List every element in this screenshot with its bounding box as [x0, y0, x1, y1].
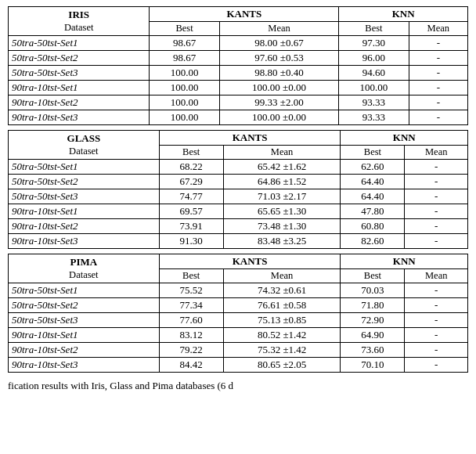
- knn-best-cell: 64.40: [341, 175, 405, 189]
- knn-mean-cell: -: [409, 66, 467, 81]
- glass-table: GLASS Dataset KANTS KNN Best Mean Best M…: [8, 130, 468, 249]
- dataset-cell: 50tra-50tst-Set1: [9, 160, 160, 175]
- knn-best-cell: 93.33: [339, 110, 409, 125]
- knn-best-cell: 64.90: [341, 328, 405, 343]
- dataset-cell: 90tra-10tst-Set3: [9, 234, 160, 249]
- knn-mean-cell: -: [409, 95, 467, 110]
- knn-best-cell: 97.30: [339, 36, 409, 51]
- iris-dataset-header: IRIS Dataset: [9, 7, 150, 36]
- dataset-cell: 50tra-50tst-Set2: [9, 298, 160, 313]
- table-row: 90tra-10tst-Set169.5765.65 ±1.3047.80-: [9, 204, 468, 219]
- table-row: 90tra-10tst-Set279.2275.32 ±1.4273.60-: [9, 343, 468, 358]
- kants-mean-cell: 80.65 ±2.05: [223, 358, 341, 373]
- kants-best-cell: 77.34: [159, 298, 223, 313]
- knn-best-cell: 47.80: [341, 204, 405, 219]
- knn-best-cell: 94.60: [339, 66, 409, 81]
- caption: fication results with Iris, Glass and Pi…: [8, 377, 468, 392]
- dataset-cell: 50tra-50tst-Set2: [9, 175, 160, 189]
- dataset-cell: 50tra-50tst-Set1: [9, 36, 150, 51]
- knn-mean-cell: -: [405, 283, 468, 298]
- iris-section: IRIS Dataset KANTS KNN Best Mean Best Me…: [8, 6, 468, 125]
- kants-best-cell: 83.12: [159, 328, 223, 343]
- kants-mean-cell: 65.42 ±1.62: [223, 160, 341, 175]
- knn-best-cell: 100.00: [339, 81, 409, 95]
- knn-best-cell: 73.60: [341, 343, 405, 358]
- table-row: 50tra-50tst-Set277.3476.61 ±0.5871.80-: [9, 298, 468, 313]
- dataset-cell: 90tra-10tst-Set3: [9, 110, 150, 125]
- kants-mean-cell: 75.13 ±0.85: [223, 313, 341, 328]
- table-row: 90tra-10tst-Set3100.00100.00 ±0.0093.33-: [9, 110, 468, 125]
- table-row: 90tra-10tst-Set2100.0099.33 ±2.0093.33-: [9, 95, 468, 110]
- kants-mean-cell: 100.00 ±0.00: [219, 110, 339, 125]
- table-row: 90tra-10tst-Set1100.00100.00 ±0.00100.00…: [9, 81, 468, 95]
- iris-knn-mean-header: Mean: [409, 22, 467, 36]
- iris-kants-best-header: Best: [150, 22, 219, 36]
- dataset-cell: 50tra-50tst-Set2: [9, 51, 150, 66]
- knn-best-cell: 70.03: [341, 283, 405, 298]
- kants-mean-cell: 98.80 ±0.40: [219, 66, 339, 81]
- pima-table: PIMA Dataset KANTS KNN Best Mean Best Me…: [8, 254, 468, 373]
- kants-mean-cell: 100.00 ±0.00: [219, 81, 339, 95]
- knn-mean-cell: -: [405, 160, 468, 175]
- knn-mean-cell: -: [409, 110, 467, 125]
- pima-knn-best-header: Best: [341, 269, 405, 283]
- dataset-cell: 50tra-50tst-Set3: [9, 313, 160, 328]
- knn-mean-cell: -: [405, 343, 468, 358]
- knn-best-cell: 60.80: [341, 219, 405, 234]
- kants-mean-cell: 97.60 ±0.53: [219, 51, 339, 66]
- glass-knn-mean-header: Mean: [405, 146, 468, 160]
- knn-mean-cell: -: [405, 313, 468, 328]
- knn-mean-cell: -: [409, 51, 467, 66]
- kants-best-cell: 68.22: [159, 160, 223, 175]
- knn-mean-cell: -: [405, 328, 468, 343]
- kants-best-cell: 100.00: [150, 95, 219, 110]
- iris-kants-mean-header: Mean: [219, 22, 339, 36]
- table-row: 50tra-50tst-Set298.6797.60 ±0.5396.00-: [9, 51, 468, 66]
- kants-mean-cell: 80.52 ±1.42: [223, 328, 341, 343]
- kants-best-cell: 67.29: [159, 175, 223, 189]
- dataset-cell: 90tra-10tst-Set1: [9, 328, 160, 343]
- kants-mean-cell: 76.61 ±0.58: [223, 298, 341, 313]
- iris-kants-header: KANTS: [150, 7, 339, 22]
- kants-best-cell: 98.67: [150, 36, 219, 51]
- table-row: 90tra-10tst-Set273.9173.48 ±1.3060.80-: [9, 219, 468, 234]
- kants-best-cell: 75.52: [159, 283, 223, 298]
- dataset-cell: 50tra-50tst-Set3: [9, 189, 160, 204]
- kants-mean-cell: 75.32 ±1.42: [223, 343, 341, 358]
- iris-knn-best-header: Best: [339, 22, 409, 36]
- dataset-cell: 90tra-10tst-Set2: [9, 95, 150, 110]
- knn-mean-cell: -: [409, 81, 467, 95]
- knn-best-cell: 96.00: [339, 51, 409, 66]
- kants-mean-cell: 99.33 ±2.00: [219, 95, 339, 110]
- kants-mean-cell: 71.03 ±2.17: [223, 189, 341, 204]
- table-row: 50tra-50tst-Set175.5274.32 ±0.6170.03-: [9, 283, 468, 298]
- kants-mean-cell: 65.65 ±1.30: [223, 204, 341, 219]
- kants-mean-cell: 74.32 ±0.61: [223, 283, 341, 298]
- knn-mean-cell: -: [405, 204, 468, 219]
- glass-kants-mean-header: Mean: [223, 146, 341, 160]
- knn-best-cell: 82.60: [341, 234, 405, 249]
- knn-best-cell: 72.90: [341, 313, 405, 328]
- knn-best-cell: 62.60: [341, 160, 405, 175]
- kants-mean-cell: 83.48 ±3.25: [223, 234, 341, 249]
- kants-best-cell: 100.00: [150, 66, 219, 81]
- knn-best-cell: 93.33: [339, 95, 409, 110]
- table-row: 90tra-10tst-Set384.4280.65 ±2.0570.10-: [9, 358, 468, 373]
- knn-mean-cell: -: [409, 36, 467, 51]
- knn-mean-cell: -: [405, 189, 468, 204]
- dataset-cell: 90tra-10tst-Set1: [9, 81, 150, 95]
- pima-dataset-header: PIMA Dataset: [9, 254, 160, 283]
- kants-mean-cell: 73.48 ±1.30: [223, 219, 341, 234]
- kants-mean-cell: 98.00 ±0.67: [219, 36, 339, 51]
- table-row: 50tra-50tst-Set198.6798.00 ±0.6797.30-: [9, 36, 468, 51]
- kants-best-cell: 98.67: [150, 51, 219, 66]
- dataset-cell: 90tra-10tst-Set2: [9, 343, 160, 358]
- iris-knn-header: KNN: [339, 7, 468, 22]
- dataset-cell: 90tra-10tst-Set3: [9, 358, 160, 373]
- glass-kants-best-header: Best: [159, 146, 223, 160]
- table-row: 50tra-50tst-Set3100.0098.80 ±0.4094.60-: [9, 66, 468, 81]
- kants-best-cell: 69.57: [159, 204, 223, 219]
- dataset-cell: 50tra-50tst-Set3: [9, 66, 150, 81]
- pima-section: PIMA Dataset KANTS KNN Best Mean Best Me…: [8, 254, 468, 373]
- table-row: 90tra-10tst-Set391.3083.48 ±3.2582.60-: [9, 234, 468, 249]
